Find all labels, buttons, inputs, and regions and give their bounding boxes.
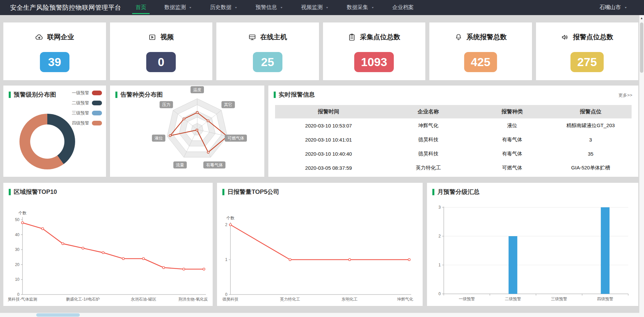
table-cell: GIA-520单体贮槽 [549,161,632,175]
stat-card-value: 39 [40,52,69,72]
monitor-icon [248,33,256,41]
table-row[interactable]: 2020-03-05 08:37:59英力特化工可燃气体GIA-520单体贮槽 [275,161,632,175]
stat-card-head: 联网企业 [3,33,106,42]
radar-data-point [183,118,185,120]
radar-axis-label: 有毒气体 [206,163,223,167]
title-marker [222,189,224,195]
alarm-type-radar-chart: 温度其它可燃气体有毒气体流量液位压力 [110,86,264,177]
panel-title-text: 实时报警信息 [279,91,315,99]
panel-title-warning-level: 预警级别分布图 [9,91,56,99]
region-label: 石嘴山市 [599,4,621,11]
y-tick-label: 30 [15,247,20,252]
stat-card-head: 在线主机 [216,33,319,42]
y-tick-label: 0 [438,292,441,296]
stat-card-系统报警总数: 系统报警总数425 [429,22,532,80]
horizontal-scroll-thumb[interactable] [36,313,80,317]
more-link[interactable]: 更多>> [619,92,632,98]
vertical-scroll-thumb[interactable] [640,22,643,73]
chevron-down-icon: ▼ [624,6,627,9]
radar-data-point [196,111,198,113]
legend-swatch [92,111,102,115]
region-selector[interactable]: 石嘴山市 ▼ [599,0,627,15]
stat-card-value: 0 [146,52,176,72]
y-tick-label: 3 [438,205,441,210]
alarm-type-panel: 告警种类分布图 温度其它可燃气体有毒气体流量液位压力 [110,86,264,177]
legend-swatch [92,101,102,105]
chevron-down-icon: ▼ [189,6,192,9]
legend-item-三级预警[interactable]: 三级预警 [72,110,102,116]
alarm-column-header: 报警点位 [549,105,632,118]
y-axis-name: 个数 [18,211,26,215]
y-tick-label: 0 [225,292,227,297]
row-2: 预警级别分布图 一级预警二级预警三级预警四级预警 告警种类分布图 温度其它可燃气… [3,86,638,177]
legend-item-四级预警[interactable]: 四级预警 [72,120,102,126]
table-cell: 有毒气体 [475,147,549,161]
table-cell: 3 [549,133,632,147]
stat-card-value: 25 [253,52,282,72]
data-point [21,222,23,224]
stat-card-视频: 视频0 [110,22,213,80]
realtime-alarm-table: 报警时间企业名称报警种类报警点位 2020-03-10 10:53:07坤辉气化… [275,105,632,175]
video-icon [148,33,156,41]
stat-card-label: 视频 [160,33,174,42]
legend-item-一级预警[interactable]: 一级预警 [72,90,102,96]
data-point [289,259,291,261]
chevron-down-icon: ▼ [326,6,329,9]
nav-item-label: 视频监测 [301,4,323,11]
nav-item-预警信息[interactable]: 预警信息▼ [254,0,284,15]
horizontal-scrollbar[interactable] [0,313,639,317]
x-tick-label: 四级预警 [597,297,613,301]
data-point [348,259,351,261]
clipboard-icon [348,33,356,41]
nav-item-企业档案[interactable]: 企业档案 [391,0,415,15]
region-top10-panel: 区域报警TOP10 个数01020304050昊科技-气体监测鹏盛化工-1#电石… [3,183,213,306]
legend-item-二级预警[interactable]: 二级预警 [72,100,102,106]
data-point [183,268,185,270]
data-point [203,268,205,270]
table-row[interactable]: 2020-03-10 10:40:40德昊科技有毒气体35 [275,147,632,161]
nav-item-首页[interactable]: 首页 [134,0,148,15]
bar-二级预警 [508,236,517,294]
warning-level-donut-chart[interactable] [19,114,75,169]
data-point [163,267,165,269]
nav-item-数据监测[interactable]: 数据监测▼ [163,0,193,15]
speaker-icon [561,33,569,41]
table-row[interactable]: 2020-03-10 10:53:07坤辉气化液位精醇南罐液位GT_203 [275,118,632,133]
radar-data-point [169,135,171,137]
table-row[interactable]: 2020-03-10 10:41:01德昊科技有毒气体3 [275,133,632,147]
vertical-scrollbar[interactable]: ▲ [639,15,644,317]
nav-menu: 首页数据监测▼历史数据▼预警信息▼视频监测▼数据采集▼企业档案 [134,0,415,15]
nav-item-视频监测[interactable]: 视频监测▼ [300,0,330,15]
data-point [229,224,231,226]
line-series [22,223,204,269]
data-point [42,228,44,230]
panel-title-daily-top5: 日报警量TOP5公司 [222,188,279,196]
x-tick-label: 东明化工 [341,297,358,302]
nav-item-label: 数据监测 [164,4,186,11]
table-cell: 2020-03-10 10:53:07 [275,118,382,133]
stat-card-报警点位总数: 报警点位总数275 [536,22,639,80]
table-cell: 精醇南罐液位GT_203 [549,118,632,133]
x-tick-label: 英力特化工 [280,297,300,302]
title-marker [274,92,276,98]
bell-icon [454,33,463,41]
title-marker [9,189,11,195]
line-series [230,225,409,260]
y-tick-label: 1 [225,257,227,262]
panel-title-text: 日报警量TOP5公司 [227,188,279,196]
nav-item-历史数据[interactable]: 历史数据▼ [209,0,239,15]
daily-top5-panel: 日报警量TOP5公司 个数012德昊科技英力特化工东明化工坤辉气化 [217,183,423,306]
table-cell: 英力特化工 [382,161,475,175]
nav-item-数据采集[interactable]: 数据采集▼ [345,0,376,15]
scroll-up-arrow-icon[interactable]: ▲ [639,16,644,20]
x-tick-label: 德昊科技 [222,297,238,302]
stat-card-head: 采集点位总数 [323,33,426,42]
x-tick-label: 荆洪生物-氧化反 [178,297,208,302]
legend-label: 二级预警 [72,100,89,106]
radar-data-point [207,151,209,153]
x-tick-label: 一级预警 [459,297,475,301]
legend-swatch [92,91,102,95]
radar-axis-label: 其它 [224,102,232,107]
panel-title-text: 区域报警TOP10 [14,188,57,196]
panel-title-text: 月预警分级汇总 [437,188,480,196]
